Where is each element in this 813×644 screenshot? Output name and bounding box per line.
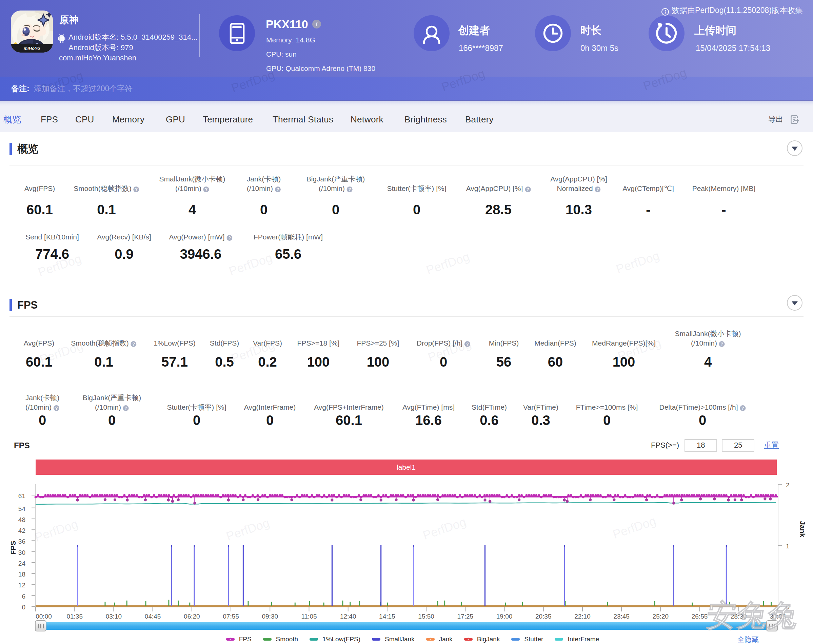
svg-text:0: 0 xyxy=(786,604,790,611)
legend-marker-icon xyxy=(372,638,380,641)
stat-value: 0.1 xyxy=(97,202,116,218)
help-icon[interactable]: ? xyxy=(719,341,725,347)
stat-label: Peak(Memory) [MB] xyxy=(692,184,756,193)
export-button[interactable]: 导出 xyxy=(768,106,800,132)
svg-text:48: 48 xyxy=(18,516,25,523)
stat-label: Avg(Recv) [KB/s] xyxy=(97,232,151,242)
legend-label: Jank xyxy=(439,636,453,643)
svg-text:14:15: 14:15 xyxy=(379,613,395,620)
svg-text:28:30: 28:30 xyxy=(730,613,747,620)
help-icon[interactable]: ? xyxy=(123,405,129,411)
device-info-icon[interactable]: i xyxy=(312,20,321,29)
fps-threshold-input-1[interactable] xyxy=(684,439,717,452)
legend-label: SmallJank xyxy=(385,636,415,643)
tab-memory[interactable]: Memory xyxy=(112,106,144,132)
stat-value: 28.5 xyxy=(485,202,511,218)
stat-value: 0 xyxy=(39,413,46,428)
svg-text:36: 36 xyxy=(18,538,25,545)
tab-fps[interactable]: FPS xyxy=(41,106,58,132)
tab-temperature[interactable]: Temperature xyxy=(203,106,253,132)
scrollbar-handle-right[interactable] xyxy=(766,620,778,632)
legend-item-fps[interactable]: FPS xyxy=(226,636,251,643)
app-icon-genshin: miHoYo xyxy=(11,11,53,52)
stat-label: Var(FPS) xyxy=(253,339,282,348)
stat-label: FPS>=18 [%] xyxy=(297,339,340,348)
upload-time-icon xyxy=(649,15,684,51)
stat-label: Smooth(稳帧指数)? xyxy=(73,184,139,193)
stat-label: 1%Low(FPS) xyxy=(153,339,196,348)
help-icon[interactable]: ? xyxy=(204,187,209,192)
legend-item-smooth[interactable]: Smooth xyxy=(263,636,298,643)
tab-brightness[interactable]: Brightness xyxy=(404,106,447,132)
fps-collapse-button[interactable] xyxy=(787,295,802,311)
overview-section-header: 概览 xyxy=(9,142,38,156)
stat-value: 0.3 xyxy=(531,413,550,428)
stat-value: 0.9 xyxy=(115,247,133,262)
svg-text:12:40: 12:40 xyxy=(340,613,356,620)
stat-value: 0 xyxy=(332,202,339,218)
fps-chart[interactable]: 06121824303642485461FPS012Jank00:0001:35… xyxy=(0,475,813,621)
device-cpu: CPU: sun xyxy=(266,50,297,58)
fps-threshold-input-2[interactable] xyxy=(722,439,754,452)
tab-gpu[interactable]: GPU xyxy=(166,106,185,132)
app-version-lines: Android版本名: 5.5.0_31400259_314...Android… xyxy=(69,32,198,53)
legend-label: 1%Low(FPS) xyxy=(322,636,360,643)
svg-text:04:45: 04:45 xyxy=(145,613,161,620)
legend-item-interframe[interactable]: InterFrame xyxy=(555,636,599,643)
legend-item-jank[interactable]: Jank xyxy=(426,636,453,643)
stat-label: BigJank(严重卡顿)(/10min)? xyxy=(306,174,365,193)
legend-item-stutter[interactable]: Stutter xyxy=(511,636,543,643)
remark-input[interactable]: 添加备注，不超过200个字符 xyxy=(34,83,133,94)
tab-network[interactable]: Network xyxy=(351,106,383,132)
svg-text:42: 42 xyxy=(18,527,25,534)
help-icon[interactable]: ? xyxy=(227,235,233,241)
legend-label: InterFrame xyxy=(568,636,599,643)
svg-text:6: 6 xyxy=(22,593,25,600)
scrollbar-handle-left[interactable] xyxy=(35,620,46,632)
chart-label-band[interactable]: label1 xyxy=(35,460,777,475)
svg-text:FPS: FPS xyxy=(9,541,17,555)
stat-label: Avg(FPS+InterFrame) xyxy=(314,403,384,412)
legend-marker-icon xyxy=(263,638,271,641)
svg-text:19:00: 19:00 xyxy=(496,613,513,620)
overview-collapse-button[interactable] xyxy=(787,140,802,156)
help-icon[interactable]: ? xyxy=(133,187,139,192)
legend-item-1-low-fps-[interactable]: 1%Low(FPS) xyxy=(309,636,360,643)
legend-item-bigjank[interactable]: BigJank xyxy=(464,636,500,643)
help-icon[interactable]: ? xyxy=(464,341,470,347)
tab-概览[interactable]: 概览 xyxy=(3,106,21,132)
stat-value: 0 xyxy=(440,354,447,370)
tab-cpu[interactable]: CPU xyxy=(75,106,94,132)
legend-marker-icon xyxy=(226,638,234,641)
help-icon[interactable]: ? xyxy=(525,187,531,192)
help-icon[interactable]: ? xyxy=(275,187,281,192)
tab-battery[interactable]: Battery xyxy=(465,106,494,132)
stat-value: 774.6 xyxy=(35,247,69,262)
hide-all-button[interactable]: 全隐藏 xyxy=(737,635,759,644)
device-name: PKX110i xyxy=(266,18,321,31)
help-icon[interactable]: ? xyxy=(740,405,746,411)
legend-marker-icon xyxy=(309,638,318,641)
svg-text:01:35: 01:35 xyxy=(66,613,83,620)
help-icon[interactable]: ? xyxy=(595,187,601,192)
legend-item-smalljank[interactable]: SmallJank xyxy=(372,636,415,643)
help-icon[interactable]: ? xyxy=(347,187,352,192)
stat-value: - xyxy=(721,202,726,218)
stat-value: 56 xyxy=(496,354,511,370)
stat-label: Drop(FPS) [/h]? xyxy=(416,339,470,348)
chart-scrollbar[interactable] xyxy=(35,622,778,630)
export-label: 导出 xyxy=(768,114,783,124)
upload-time-value: 15/04/2025 17:54:13 xyxy=(696,43,770,53)
stat-label: Stutter(卡顿率) [%] xyxy=(167,403,226,412)
tab-thermal-status[interactable]: Thermal Status xyxy=(273,106,333,132)
help-icon[interactable]: ? xyxy=(131,341,136,347)
series-smooth xyxy=(105,600,771,606)
stat-value: 16.6 xyxy=(415,413,442,428)
perfdog-watermark: PerfDog xyxy=(614,248,661,277)
help-icon[interactable]: ? xyxy=(54,405,59,411)
stat-label: Avg(FPS) xyxy=(24,339,55,348)
reset-button[interactable]: 重置 xyxy=(764,440,779,450)
svg-text:23:45: 23:45 xyxy=(613,613,629,620)
duration-value: 0h 30m 5s xyxy=(580,43,619,53)
remark-label: 备注: xyxy=(11,83,29,94)
